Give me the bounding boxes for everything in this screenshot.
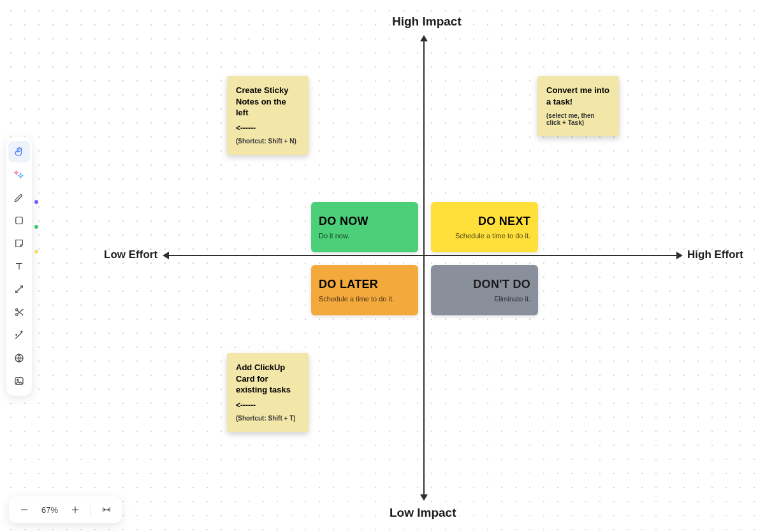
image-icon: [13, 375, 25, 387]
tool-connector[interactable]: [8, 278, 30, 300]
tool-toolbar: [6, 137, 32, 396]
sticky-arrow: <------: [236, 124, 300, 133]
card-do-next[interactable]: DO NEXT Schedule a time to do it.: [431, 202, 538, 252]
svg-point-5: [17, 379, 18, 380]
sticky-sub: (select me, then click + Task): [546, 112, 610, 126]
zoom-controls: 67%: [9, 496, 122, 523]
tool-hand[interactable]: [8, 141, 30, 162]
globe-icon: [13, 352, 25, 364]
tool-text[interactable]: [8, 255, 30, 277]
axis-label-left: Low Effort: [104, 248, 157, 261]
wand-icon: [13, 329, 25, 341]
connector-icon: [13, 284, 25, 295]
sticky-note-icon: [13, 238, 25, 249]
square-icon: [13, 215, 25, 226]
tool-color-dot-yellow: [34, 250, 38, 254]
card-do-later[interactable]: DO LATER Schedule a time to do it.: [311, 265, 418, 315]
tool-magic[interactable]: [8, 324, 30, 346]
sticky-create-notes[interactable]: Create Sticky Notes on the left <------ …: [227, 76, 309, 155]
sticky-title: Add ClickUp Card for existing tasks: [236, 362, 300, 396]
tool-scissors[interactable]: [8, 301, 30, 323]
pen-icon: [13, 192, 25, 203]
text-icon: [13, 261, 25, 272]
axis-arrow-left: [163, 252, 169, 259]
axis-vertical: [423, 40, 425, 497]
sticky-add-card[interactable]: Add ClickUp Card for existing tasks <---…: [227, 353, 309, 432]
axis-label-bottom: Low Impact: [390, 506, 456, 520]
tool-shape[interactable]: [8, 210, 30, 231]
tool-sticky[interactable]: [8, 233, 30, 254]
plus-icon: [70, 505, 80, 515]
axis-arrow-down: [420, 494, 428, 501]
sparkle-icon: [13, 169, 25, 180]
scissors-icon: [13, 306, 25, 318]
axis-arrow-up: [420, 35, 428, 41]
tool-color-dot-purple: [34, 200, 38, 204]
axis-label-top: High Impact: [392, 15, 462, 29]
hand-icon: [13, 146, 25, 157]
sticky-hint: (Shortcut: Shift + T): [236, 415, 300, 422]
card-title: DO NEXT: [439, 215, 530, 228]
tool-web[interactable]: [8, 347, 30, 369]
sticky-title: Convert me into a task!: [546, 85, 610, 107]
tool-image[interactable]: [8, 370, 30, 392]
zoom-fit-button[interactable]: [95, 500, 118, 519]
sticky-convert-task[interactable]: Convert me into a task! (select me, then…: [537, 76, 619, 136]
card-dont-do[interactable]: DON'T DO Eliminate it.: [431, 265, 538, 315]
card-do-now[interactable]: DO NOW Do it now.: [311, 202, 418, 252]
card-sub: Schedule a time to do it.: [439, 232, 530, 240]
tool-ai[interactable]: [8, 164, 30, 185]
axis-arrow-right: [676, 252, 683, 259]
axis-horizontal: [168, 255, 678, 256]
card-sub: Eliminate it.: [439, 295, 530, 303]
card-title: DO NOW: [319, 215, 411, 228]
zoom-divider: [91, 503, 91, 517]
zoom-level[interactable]: 67%: [37, 505, 62, 515]
sticky-arrow: <------: [236, 401, 300, 410]
zoom-in-button[interactable]: [64, 500, 87, 519]
minus-icon: [19, 505, 29, 515]
tool-pen[interactable]: [8, 187, 30, 208]
zoom-out-button[interactable]: [13, 500, 36, 519]
svg-rect-0: [16, 217, 23, 224]
sticky-title: Create Sticky Notes on the left: [236, 85, 300, 119]
axis-label-right: High Effort: [687, 248, 743, 261]
card-sub: Do it now.: [319, 232, 411, 240]
sticky-hint: (Shortcut: Shift + N): [236, 138, 300, 145]
card-title: DO LATER: [319, 278, 411, 291]
tool-color-dot-green: [34, 225, 38, 229]
fit-width-icon: [101, 505, 112, 515]
card-title: DON'T DO: [439, 278, 530, 291]
card-sub: Schedule a time to do it.: [319, 295, 411, 303]
